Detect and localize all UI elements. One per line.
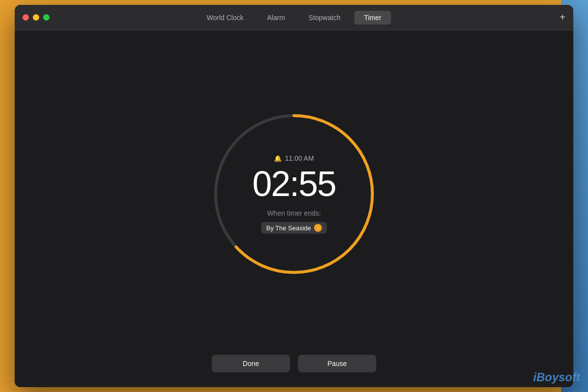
iboysoft-watermark: iBoysoft [533, 370, 580, 384]
when-ends-label: When timer ends: [267, 209, 321, 217]
alarm-time-row: 🔔 11:00 AM [274, 154, 314, 162]
pause-button[interactable]: Pause [298, 355, 376, 372]
main-content: 🔔 11:00 AM 02:55 When timer ends: By The… [15, 30, 573, 387]
sound-badge[interactable]: By The Seaside ♪ [261, 222, 327, 234]
sound-icon: ♪ [314, 224, 322, 232]
timer-display: 02:55 [252, 166, 336, 201]
bottom-buttons: Done Pause [212, 355, 376, 372]
alarm-time-label: 11:00 AM [285, 154, 314, 162]
maximize-button[interactable] [43, 14, 49, 21]
timer-circle: 🔔 11:00 AM 02:55 When timer ends: By The… [211, 111, 377, 277]
tab-stopwatch[interactable]: Stopwatch [299, 11, 350, 24]
app-window: World Clock Alarm Stopwatch Timer + 🔔 11… [15, 5, 573, 387]
minimize-button[interactable] [33, 14, 39, 21]
timer-container: 🔔 11:00 AM 02:55 When timer ends: By The… [211, 111, 377, 277]
done-button[interactable]: Done [212, 355, 290, 372]
tab-timer[interactable]: Timer [354, 11, 391, 24]
tab-alarm[interactable]: Alarm [257, 11, 295, 24]
traffic-lights [15, 14, 49, 21]
sound-name-label: By The Seaside [266, 224, 311, 232]
add-button[interactable]: + [560, 12, 565, 23]
bell-icon: 🔔 [274, 155, 282, 162]
circle-inner-content: 🔔 11:00 AM 02:55 When timer ends: By The… [252, 154, 336, 234]
tab-bar: World Clock Alarm Stopwatch Timer [15, 11, 573, 24]
close-button[interactable] [23, 14, 29, 21]
tab-world-clock[interactable]: World Clock [197, 11, 253, 24]
title-bar: World Clock Alarm Stopwatch Timer + [15, 5, 573, 30]
